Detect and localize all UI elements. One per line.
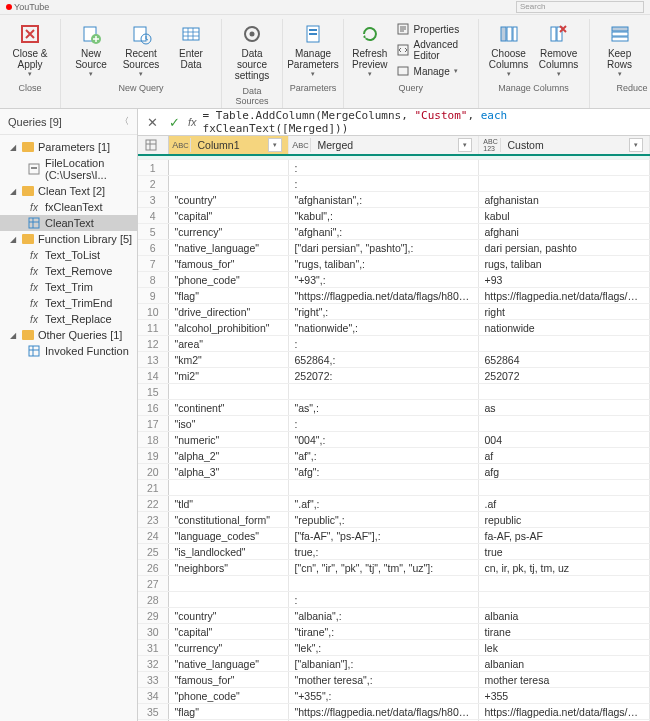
cell-custom[interactable]: cn, ir, pk, tj, tm, uz [478, 560, 650, 576]
manage-query-button[interactable]: Manage ▾ [392, 63, 472, 79]
cell-merged[interactable] [288, 480, 478, 496]
cell-column1[interactable] [168, 176, 288, 192]
tree-item[interactable]: Invoked Function [0, 343, 137, 359]
cell-custom[interactable] [478, 176, 650, 192]
table-row[interactable]: 1: [138, 160, 650, 176]
tree-item[interactable]: fxText_Remove [0, 263, 137, 279]
table-row[interactable]: 21 [138, 480, 650, 496]
cell-column1[interactable] [168, 160, 288, 176]
table-row[interactable]: 22"tld"".af",:.af [138, 496, 650, 512]
column-header-merged[interactable]: ABCMerged▾ [288, 136, 478, 155]
row-number[interactable]: 31 [138, 640, 168, 656]
cell-merged[interactable]: : [288, 416, 478, 432]
row-number[interactable]: 14 [138, 368, 168, 384]
cell-custom[interactable] [478, 480, 650, 496]
row-number[interactable]: 3 [138, 192, 168, 208]
cell-column1[interactable]: "continent" [168, 400, 288, 416]
cell-column1[interactable]: "drive_direction" [168, 304, 288, 320]
table-row[interactable]: 10"drive_direction""right",:right [138, 304, 650, 320]
row-number[interactable]: 33 [138, 672, 168, 688]
table-row[interactable]: 23"constitutional_form""republic",:repub… [138, 512, 650, 528]
table-row[interactable]: 18"numeric""004",:004 [138, 432, 650, 448]
enter-data-button[interactable]: EnterData [167, 19, 215, 73]
type-text-icon[interactable]: ABC [292, 138, 311, 152]
new-source-button[interactable]: NewSource▾ [67, 19, 115, 81]
close-apply-button[interactable]: Close &Apply ▾ [6, 19, 54, 81]
cell-merged[interactable] [288, 384, 478, 400]
cell-column1[interactable]: "native_language" [168, 240, 288, 256]
cell-merged[interactable]: true,: [288, 544, 478, 560]
row-number[interactable]: 6 [138, 240, 168, 256]
row-number[interactable]: 10 [138, 304, 168, 320]
cell-custom[interactable]: republic [478, 512, 650, 528]
cell-merged[interactable]: ["fa-AF", "ps-AF"],: [288, 528, 478, 544]
tree-item[interactable]: FileLocation (C:\Users\I... [0, 155, 137, 183]
collapse-icon[interactable]: 〈 [120, 115, 129, 128]
cell-custom[interactable] [478, 384, 650, 400]
row-number[interactable]: 25 [138, 544, 168, 560]
row-number[interactable]: 9 [138, 288, 168, 304]
cell-column1[interactable]: "phone_code" [168, 688, 288, 704]
tree-item[interactable]: CleanText [0, 215, 137, 231]
cell-custom[interactable]: true [478, 544, 650, 560]
cell-custom[interactable]: 652864 [478, 352, 650, 368]
cell-custom[interactable]: https://flagpedia.net/data/flags/h80/al.… [478, 704, 650, 720]
cell-column1[interactable]: "country" [168, 192, 288, 208]
cell-column1[interactable]: "capital" [168, 624, 288, 640]
cell-column1[interactable]: "country" [168, 608, 288, 624]
cell-merged[interactable]: "right",: [288, 304, 478, 320]
cell-merged[interactable]: "afg": [288, 464, 478, 480]
cell-custom[interactable]: tirane [478, 624, 650, 640]
row-number[interactable]: 18 [138, 432, 168, 448]
cell-column1[interactable] [168, 592, 288, 608]
table-row[interactable]: 4"capital""kabul",:kabul [138, 208, 650, 224]
cell-merged[interactable]: "kabul",: [288, 208, 478, 224]
cell-custom[interactable]: albania [478, 608, 650, 624]
row-number[interactable]: 30 [138, 624, 168, 640]
cell-custom[interactable] [478, 416, 650, 432]
table-row[interactable]: 16"continent""as",:as [138, 400, 650, 416]
column-header-custom[interactable]: ABC123Custom▾ [478, 136, 650, 155]
table-row[interactable]: 2: [138, 176, 650, 192]
cell-column1[interactable] [168, 384, 288, 400]
cell-merged[interactable]: : [288, 176, 478, 192]
row-number[interactable]: 23 [138, 512, 168, 528]
cell-custom[interactable]: nationwide [478, 320, 650, 336]
cell-column1[interactable]: "area" [168, 336, 288, 352]
recent-sources-button[interactable]: RecentSources▾ [117, 19, 165, 81]
cell-custom[interactable]: albanian [478, 656, 650, 672]
row-number[interactable]: 27 [138, 576, 168, 592]
cancel-formula-button[interactable]: ✕ [144, 114, 160, 130]
cell-custom[interactable]: dari persian, pashto [478, 240, 650, 256]
choose-columns-button[interactable]: ChooseColumns▾ [485, 19, 533, 81]
row-number[interactable]: 21 [138, 480, 168, 496]
data-grid[interactable]: ABCColumn1▾ ABCMerged▾ ABC123Custom▾ 1:2… [138, 136, 650, 721]
cell-merged[interactable]: ["dari persian", "pashto"],: [288, 240, 478, 256]
row-number[interactable]: 34 [138, 688, 168, 704]
table-row[interactable]: 19"alpha_2""af",:af [138, 448, 650, 464]
row-number[interactable]: 1 [138, 160, 168, 176]
cell-column1[interactable]: "flag" [168, 704, 288, 720]
data-source-settings-button[interactable]: Data sourcesettings [228, 19, 276, 84]
row-number[interactable]: 7 [138, 256, 168, 272]
cell-merged[interactable]: : [288, 592, 478, 608]
table-row[interactable]: 33"famous_for""mother teresa",:mother te… [138, 672, 650, 688]
keep-rows-button[interactable]: KeepRows▾ [596, 19, 644, 81]
cell-column1[interactable]: "alcohol_prohibition" [168, 320, 288, 336]
filter-dropdown-icon[interactable]: ▾ [458, 138, 472, 152]
cell-merged[interactable]: "afghani",: [288, 224, 478, 240]
cell-custom[interactable] [478, 576, 650, 592]
cell-custom[interactable]: fa-AF, ps-AF [478, 528, 650, 544]
table-row[interactable]: 32"native_language"["albanian"],:albania… [138, 656, 650, 672]
table-row[interactable]: 24"language_codes"["fa-AF", "ps-AF"],:fa… [138, 528, 650, 544]
cell-column1[interactable]: "mi2" [168, 368, 288, 384]
cell-custom[interactable]: rugs, taliban [478, 256, 650, 272]
table-row[interactable]: 28: [138, 592, 650, 608]
cell-custom[interactable] [478, 592, 650, 608]
cell-custom[interactable]: mother teresa [478, 672, 650, 688]
filter-dropdown-icon[interactable]: ▾ [268, 138, 282, 152]
cell-custom[interactable]: 004 [478, 432, 650, 448]
cell-column1[interactable]: "currency" [168, 224, 288, 240]
advanced-editor-button[interactable]: Advanced Editor [392, 38, 472, 62]
cell-merged[interactable]: "lek",: [288, 640, 478, 656]
